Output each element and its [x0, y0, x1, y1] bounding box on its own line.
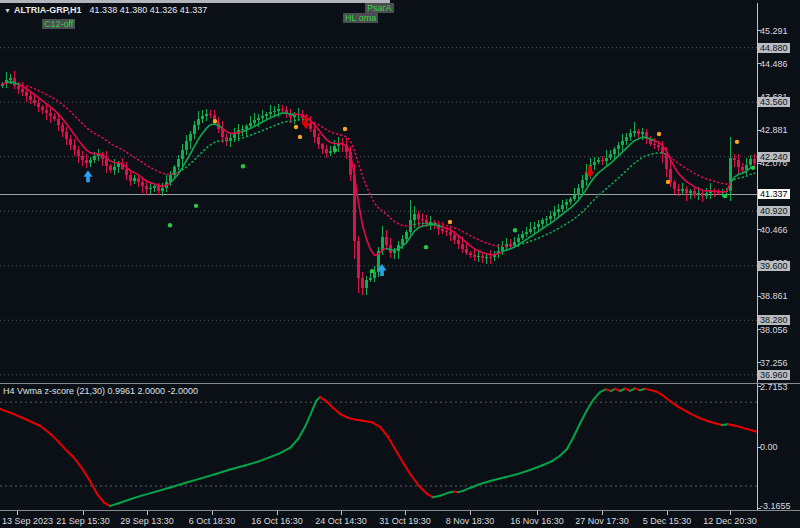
price-grid-level-label: 39.600 — [758, 261, 790, 271]
price-grid-level-label: 36.960 — [758, 370, 790, 380]
price-axis-label: 45.291 — [760, 26, 788, 36]
ohlc-quote: 41.338 41.380 41.326 41.337 — [90, 5, 208, 15]
time-axis-label: 16 Oct 16:30 — [251, 516, 303, 526]
indicator-badge-psar[interactable]: PsarA — [365, 3, 394, 13]
indicator-axis-label: -3.1655 — [760, 501, 791, 511]
time-axis-label: 5 Dec 15:30 — [643, 516, 692, 526]
symbol-dropdown-icon[interactable]: ▼ — [4, 7, 11, 14]
price-axis-label: 40.466 — [760, 225, 788, 235]
price-chart-canvas[interactable] — [0, 0, 800, 528]
price-axis-label: 38.861 — [760, 291, 788, 301]
time-axis-label: 16 Nov 16:30 — [510, 516, 564, 526]
indicator-badge-c12[interactable]: C12-off — [42, 19, 75, 29]
price-grid-level-label: 42.240 — [758, 152, 790, 162]
indicator-badge-hl[interactable]: HL oma — [343, 13, 378, 23]
price-grid-level-label: 38.280 — [758, 315, 790, 325]
time-axis-label: 27 Nov 17:30 — [575, 516, 629, 526]
bid-price-label: 41.337 — [758, 189, 790, 199]
mt4-chart-window: ▼ALTRIA-GRP,H141.338 41.380 41.326 41.33… — [0, 0, 800, 528]
indicator-title: H4 Vwma z-score (21,30) 0.9961 2.0000 -2… — [3, 386, 198, 396]
price-axis-label: 38.056 — [760, 325, 788, 335]
price-grid-level-label: 43.560 — [758, 97, 790, 107]
indicator-axis-label: 0.00 — [760, 442, 778, 452]
time-axis-label: 21 Sep 15:30 — [56, 516, 110, 526]
time-axis-label: 8 Nov 18:30 — [446, 516, 495, 526]
time-axis-label: 12 Dec 20:30 — [703, 516, 757, 526]
price-axis-label: 42.881 — [760, 125, 788, 135]
time-axis-label: 31 Oct 19:30 — [379, 516, 431, 526]
price-axis-label: 37.256 — [760, 358, 788, 368]
quote-header: ▼ALTRIA-GRP,H141.338 41.380 41.326 41.33… — [4, 5, 207, 15]
price-axis-label: 44.486 — [760, 59, 788, 69]
time-axis-label: 24 Oct 14:30 — [315, 516, 367, 526]
symbol-title: ALTRIA-GRP,H1 — [14, 5, 82, 15]
price-grid-level-label: 44.880 — [758, 43, 790, 53]
price-grid-level-label: 40.920 — [758, 206, 790, 216]
indicator-axis-label: 2.7153 — [760, 382, 788, 392]
time-axis-label: 29 Sep 13:30 — [120, 516, 174, 526]
time-axis-label: 6 Oct 18:30 — [189, 516, 236, 526]
time-axis-label: 13 Sep 2023 — [2, 516, 53, 526]
